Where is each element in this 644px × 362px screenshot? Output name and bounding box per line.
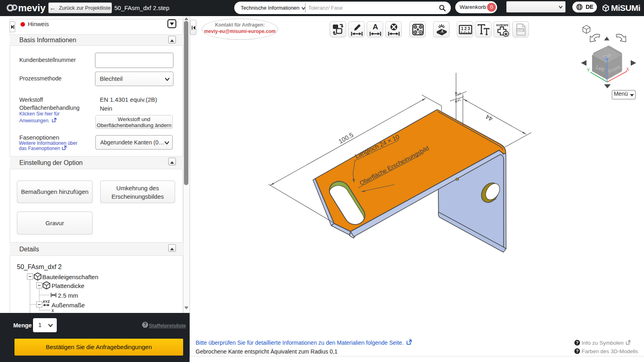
svg-text:44: 44 (484, 113, 494, 122)
svg-text:ø1: ø1 (456, 98, 461, 103)
svg-text:2,5: 2,5 (456, 92, 462, 97)
